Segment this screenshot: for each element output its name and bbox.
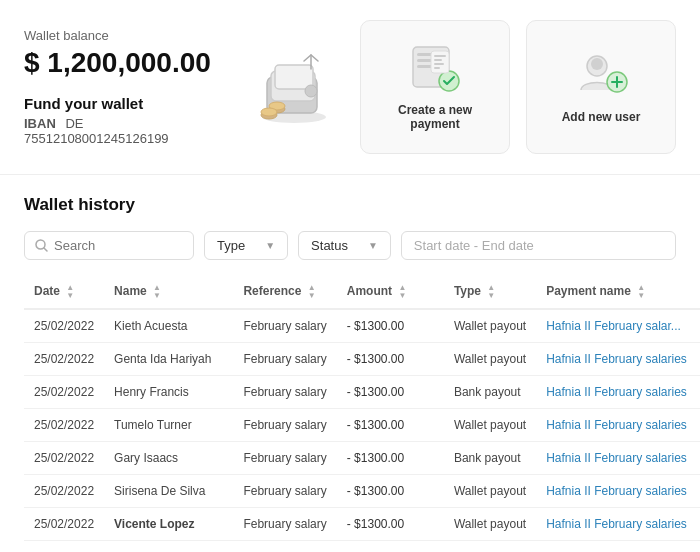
col-name[interactable]: Name ▲▼ bbox=[104, 276, 233, 309]
cell-payment-name[interactable]: Hafnia II February salaries bbox=[536, 475, 697, 508]
table-header-row: Date ▲▼ Name ▲▼ Reference ▲▼ Amount ▲▼ T… bbox=[24, 276, 700, 309]
cell-amount: - $1300.00 bbox=[337, 442, 444, 475]
iban-row: IBAN DE 75512108001245126199 bbox=[24, 116, 228, 146]
type-filter-arrow: ▼ bbox=[265, 240, 275, 251]
create-payment-label: Create a new payment bbox=[373, 103, 497, 131]
cell-payment-name[interactable]: Hafnia II February salar... bbox=[536, 309, 697, 343]
cell-name: Genta Ida Hariyah bbox=[104, 343, 233, 376]
status-filter-label: Status bbox=[311, 238, 348, 253]
action-cards: Create a new payment Add new user bbox=[360, 20, 676, 154]
table-row: 25/02/2022 Shipping Company Kadmos walle… bbox=[24, 541, 700, 553]
cell-type: Deposit bbox=[444, 541, 536, 553]
cell-date: 25/02/2022 bbox=[24, 343, 104, 376]
search-box[interactable] bbox=[24, 231, 194, 260]
create-payment-icon bbox=[405, 43, 465, 93]
cell-amount: + $1,200,000.00 bbox=[337, 541, 444, 553]
cell-name: Sirisena De Silva bbox=[104, 475, 233, 508]
section-title: Wallet history bbox=[24, 195, 676, 215]
payment-link[interactable]: Hafnia II February salaries bbox=[546, 484, 687, 498]
cell-amount: - $1300.00 bbox=[337, 409, 444, 442]
add-user-icon bbox=[571, 50, 631, 100]
iban-label: IBAN bbox=[24, 116, 56, 131]
cell-name: Kieth Acuesta bbox=[104, 309, 233, 343]
cell-payment-name[interactable]: Hafnia II February salaries bbox=[536, 442, 697, 475]
wallet-illustration bbox=[244, 20, 344, 154]
cell-date: 25/02/2022 bbox=[24, 309, 104, 343]
cell-name: Tumelo Turner bbox=[104, 409, 233, 442]
status-filter[interactable]: Status ▼ bbox=[298, 231, 391, 260]
table-row: 25/02/2022 Kieth Acuesta February salary… bbox=[24, 309, 700, 343]
cell-reference: Kadmos wallet bbox=[233, 541, 336, 553]
main-content: Wallet history Type ▼ Status ▼ Start dat… bbox=[0, 175, 700, 552]
fund-wallet-label: Fund your wallet bbox=[24, 95, 228, 112]
payment-link[interactable]: Hafnia II February salaries bbox=[546, 385, 687, 399]
cell-date: 25/02/2022 bbox=[24, 475, 104, 508]
cell-amount: - $1300.00 bbox=[337, 376, 444, 409]
cell-payment-name[interactable]: Hafnia II February salaries bbox=[536, 376, 697, 409]
cell-date: 25/02/2022 bbox=[24, 541, 104, 553]
cell-type: Bank payout bbox=[444, 376, 536, 409]
wallet-balance-label: Wallet balance bbox=[24, 28, 228, 43]
svg-rect-3 bbox=[275, 65, 313, 89]
cell-type: Wallet payout bbox=[444, 409, 536, 442]
search-icon bbox=[35, 239, 48, 252]
cell-reference: February salary bbox=[233, 442, 336, 475]
cell-payment-name[interactable]: Hafnia II February salaries bbox=[536, 409, 697, 442]
cell-amount: - $1300.00 bbox=[337, 309, 444, 343]
svg-point-4 bbox=[305, 85, 317, 97]
cell-name: Henry Francis bbox=[104, 376, 233, 409]
payment-link[interactable]: Hafnia II February salaries bbox=[546, 517, 687, 531]
svg-point-20 bbox=[591, 58, 603, 70]
date-filter[interactable]: Start date - End date bbox=[401, 231, 676, 260]
table-row: 25/02/2022 Vicente Lopez February salary… bbox=[24, 508, 700, 541]
svg-rect-17 bbox=[434, 63, 444, 65]
cell-reference: February salary bbox=[233, 343, 336, 376]
search-input[interactable] bbox=[54, 238, 183, 253]
table-row: 25/02/2022 Genta Ida Hariyah February sa… bbox=[24, 343, 700, 376]
cell-amount: - $1300.00 bbox=[337, 508, 444, 541]
col-type[interactable]: Type ▲▼ bbox=[444, 276, 536, 309]
payment-link[interactable]: Hafnia II February salaries bbox=[546, 418, 687, 432]
table-row: 25/02/2022 Henry Francis February salary… bbox=[24, 376, 700, 409]
cell-reference: February salary bbox=[233, 475, 336, 508]
table-row: 25/02/2022 Sirisena De Silva February sa… bbox=[24, 475, 700, 508]
svg-rect-14 bbox=[431, 51, 449, 73]
svg-line-25 bbox=[44, 248, 47, 251]
table-row: 25/02/2022 Gary Isaacs February salary -… bbox=[24, 442, 700, 475]
cell-reference: February salary bbox=[233, 309, 336, 343]
add-user-label: Add new user bbox=[562, 110, 641, 124]
payment-link[interactable]: Hafnia II February salaries bbox=[546, 451, 687, 465]
transactions-table: Date ▲▼ Name ▲▼ Reference ▲▼ Amount ▲▼ T… bbox=[24, 276, 700, 552]
type-filter-label: Type bbox=[217, 238, 245, 253]
col-reference[interactable]: Reference ▲▼ bbox=[233, 276, 336, 309]
wallet-amount: $ 1,200,000.00 bbox=[24, 47, 228, 79]
cell-amount: - $1300.00 bbox=[337, 475, 444, 508]
svg-point-8 bbox=[261, 108, 277, 116]
svg-rect-16 bbox=[434, 59, 442, 61]
payment-link[interactable]: Hafnia II February salar... bbox=[546, 319, 681, 333]
add-user-card[interactable]: Add new user bbox=[526, 20, 676, 154]
status-filter-arrow: ▼ bbox=[368, 240, 378, 251]
col-amount[interactable]: Amount ▲▼ bbox=[337, 276, 444, 309]
cell-payment-name[interactable]: Hafnia II February salaries bbox=[536, 541, 697, 553]
cell-amount: - $1300.00 bbox=[337, 343, 444, 376]
cell-reference: February salary bbox=[233, 409, 336, 442]
filters-bar: Type ▼ Status ▼ Start date - End date bbox=[24, 231, 676, 260]
table-row: 25/02/2022 Tumelo Turner February salary… bbox=[24, 409, 700, 442]
cell-type: Wallet payout bbox=[444, 508, 536, 541]
cell-payment-name[interactable]: Hafnia II February salaries bbox=[536, 508, 697, 541]
type-filter[interactable]: Type ▼ bbox=[204, 231, 288, 260]
cell-reference: February salary bbox=[233, 508, 336, 541]
cell-name: Gary Isaacs bbox=[104, 442, 233, 475]
payment-link[interactable]: Hafnia II February salaries bbox=[546, 352, 687, 366]
cell-date: 25/02/2022 bbox=[24, 376, 104, 409]
svg-rect-15 bbox=[434, 55, 446, 57]
svg-rect-18 bbox=[434, 67, 440, 69]
create-payment-card[interactable]: Create a new payment bbox=[360, 20, 510, 154]
col-date[interactable]: Date ▲▼ bbox=[24, 276, 104, 309]
col-payment-name[interactable]: Payment name ▲▼ bbox=[536, 276, 697, 309]
cell-payment-name[interactable]: Hafnia II February salaries bbox=[536, 343, 697, 376]
cell-type: Wallet payout bbox=[444, 343, 536, 376]
cell-date: 25/02/2022 bbox=[24, 442, 104, 475]
cell-date: 25/02/2022 bbox=[24, 409, 104, 442]
